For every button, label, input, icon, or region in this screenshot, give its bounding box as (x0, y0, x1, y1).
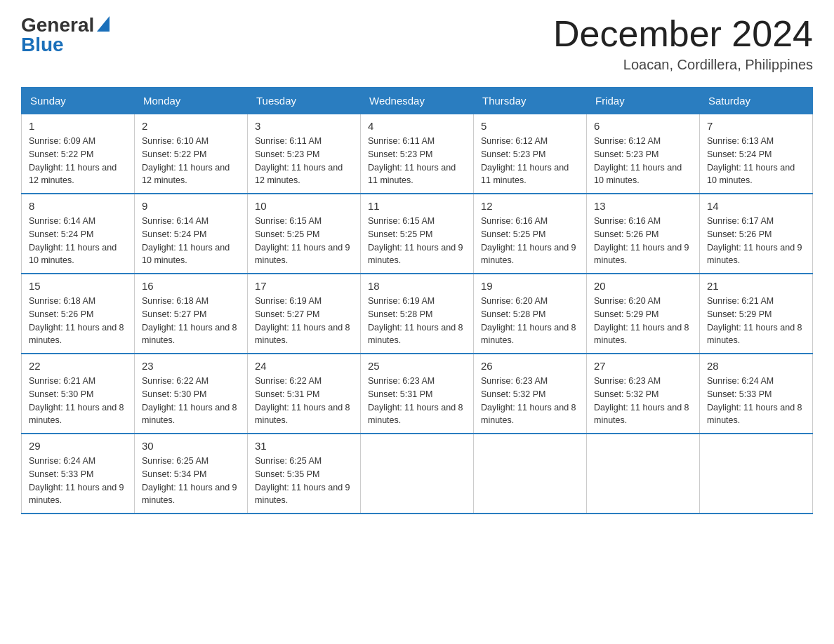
day-info: Sunrise: 6:23 AMSunset: 5:32 PMDaylight:… (594, 375, 692, 427)
calendar-cell: 9Sunrise: 6:14 AMSunset: 5:24 PMDaylight… (135, 194, 248, 274)
day-number: 31 (255, 440, 353, 452)
day-info: Sunrise: 6:22 AMSunset: 5:30 PMDaylight:… (142, 375, 240, 427)
header-monday: Monday (135, 88, 248, 114)
header-friday: Friday (587, 88, 700, 114)
calendar-cell: 7Sunrise: 6:13 AMSunset: 5:24 PMDaylight… (700, 114, 813, 194)
calendar-cell: 2Sunrise: 6:10 AMSunset: 5:22 PMDaylight… (135, 114, 248, 194)
day-info: Sunrise: 6:11 AMSunset: 5:23 PMDaylight:… (255, 135, 353, 187)
calendar-cell: 30Sunrise: 6:25 AMSunset: 5:34 PMDayligh… (135, 434, 248, 514)
day-number: 12 (481, 200, 579, 212)
day-info: Sunrise: 6:16 AMSunset: 5:26 PMDaylight:… (594, 215, 692, 267)
day-number: 18 (368, 280, 466, 292)
day-number: 25 (368, 360, 466, 372)
calendar-cell: 6Sunrise: 6:12 AMSunset: 5:23 PMDaylight… (587, 114, 700, 194)
calendar-table: SundayMondayTuesdayWednesdayThursdayFrid… (21, 87, 813, 514)
day-number: 4 (368, 120, 466, 132)
calendar-cell: 16Sunrise: 6:18 AMSunset: 5:27 PMDayligh… (135, 274, 248, 354)
day-number: 20 (594, 280, 692, 292)
day-number: 19 (481, 280, 579, 292)
logo-blue-text: Blue (21, 34, 64, 56)
day-info: Sunrise: 6:24 AMSunset: 5:33 PMDaylight:… (707, 375, 805, 427)
calendar-cell: 15Sunrise: 6:18 AMSunset: 5:26 PMDayligh… (22, 274, 135, 354)
day-number: 27 (594, 360, 692, 372)
calendar-cell: 27Sunrise: 6:23 AMSunset: 5:32 PMDayligh… (587, 354, 700, 434)
day-number: 23 (142, 360, 240, 372)
calendar-header: SundayMondayTuesdayWednesdayThursdayFrid… (22, 88, 813, 114)
calendar-cell: 26Sunrise: 6:23 AMSunset: 5:32 PMDayligh… (474, 354, 587, 434)
day-number: 3 (255, 120, 353, 132)
day-number: 22 (29, 360, 127, 372)
header-wednesday: Wednesday (361, 88, 474, 114)
calendar-cell: 5Sunrise: 6:12 AMSunset: 5:23 PMDaylight… (474, 114, 587, 194)
day-info: Sunrise: 6:09 AMSunset: 5:22 PMDaylight:… (29, 135, 127, 187)
day-number: 6 (594, 120, 692, 132)
calendar-cell (474, 434, 587, 514)
header-tuesday: Tuesday (248, 88, 361, 114)
calendar-cell (700, 434, 813, 514)
calendar-body: 1Sunrise: 6:09 AMSunset: 5:22 PMDaylight… (22, 114, 813, 514)
day-number: 28 (707, 360, 805, 372)
day-number: 8 (29, 200, 127, 212)
calendar-cell (361, 434, 474, 514)
day-info: Sunrise: 6:14 AMSunset: 5:24 PMDaylight:… (29, 215, 127, 267)
day-info: Sunrise: 6:25 AMSunset: 5:35 PMDaylight:… (255, 455, 353, 507)
day-info: Sunrise: 6:12 AMSunset: 5:23 PMDaylight:… (594, 135, 692, 187)
day-info: Sunrise: 6:16 AMSunset: 5:25 PMDaylight:… (481, 215, 579, 267)
day-number: 14 (707, 200, 805, 212)
calendar-cell: 3Sunrise: 6:11 AMSunset: 5:23 PMDaylight… (248, 114, 361, 194)
calendar-cell: 11Sunrise: 6:15 AMSunset: 5:25 PMDayligh… (361, 194, 474, 274)
calendar-cell: 8Sunrise: 6:14 AMSunset: 5:24 PMDaylight… (22, 194, 135, 274)
week-row-5: 29Sunrise: 6:24 AMSunset: 5:33 PMDayligh… (22, 434, 813, 514)
day-number: 30 (142, 440, 240, 452)
calendar-cell: 22Sunrise: 6:21 AMSunset: 5:30 PMDayligh… (22, 354, 135, 434)
header-sunday: Sunday (22, 88, 135, 114)
day-info: Sunrise: 6:18 AMSunset: 5:27 PMDaylight:… (142, 295, 240, 347)
calendar-cell: 14Sunrise: 6:17 AMSunset: 5:26 PMDayligh… (700, 194, 813, 274)
week-row-1: 1Sunrise: 6:09 AMSunset: 5:22 PMDaylight… (22, 114, 813, 194)
calendar-cell: 10Sunrise: 6:15 AMSunset: 5:25 PMDayligh… (248, 194, 361, 274)
day-info: Sunrise: 6:12 AMSunset: 5:23 PMDaylight:… (481, 135, 579, 187)
day-info: Sunrise: 6:15 AMSunset: 5:25 PMDaylight:… (368, 215, 466, 267)
day-number: 11 (368, 200, 466, 212)
day-number: 29 (29, 440, 127, 452)
calendar-cell: 1Sunrise: 6:09 AMSunset: 5:22 PMDaylight… (22, 114, 135, 194)
calendar-cell: 25Sunrise: 6:23 AMSunset: 5:31 PMDayligh… (361, 354, 474, 434)
logo: General Blue (21, 14, 110, 56)
logo-triangle-icon (97, 16, 110, 32)
day-number: 24 (255, 360, 353, 372)
title-section: December 2024 Loacan, Cordillera, Philip… (553, 14, 813, 73)
day-info: Sunrise: 6:22 AMSunset: 5:31 PMDaylight:… (255, 375, 353, 427)
calendar-cell: 23Sunrise: 6:22 AMSunset: 5:30 PMDayligh… (135, 354, 248, 434)
calendar-title: December 2024 (553, 14, 813, 54)
day-info: Sunrise: 6:23 AMSunset: 5:31 PMDaylight:… (368, 375, 466, 427)
day-number: 2 (142, 120, 240, 132)
day-number: 1 (29, 120, 127, 132)
day-number: 16 (142, 280, 240, 292)
calendar-cell: 17Sunrise: 6:19 AMSunset: 5:27 PMDayligh… (248, 274, 361, 354)
day-info: Sunrise: 6:23 AMSunset: 5:32 PMDaylight:… (481, 375, 579, 427)
calendar-cell: 21Sunrise: 6:21 AMSunset: 5:29 PMDayligh… (700, 274, 813, 354)
calendar-subtitle: Loacan, Cordillera, Philippines (553, 57, 813, 73)
day-info: Sunrise: 6:17 AMSunset: 5:26 PMDaylight:… (707, 215, 805, 267)
day-number: 7 (707, 120, 805, 132)
day-info: Sunrise: 6:14 AMSunset: 5:24 PMDaylight:… (142, 215, 240, 267)
day-info: Sunrise: 6:25 AMSunset: 5:34 PMDaylight:… (142, 455, 240, 507)
day-number: 13 (594, 200, 692, 212)
calendar-cell: 12Sunrise: 6:16 AMSunset: 5:25 PMDayligh… (474, 194, 587, 274)
day-headers-row: SundayMondayTuesdayWednesdayThursdayFrid… (22, 88, 813, 114)
day-info: Sunrise: 6:13 AMSunset: 5:24 PMDaylight:… (707, 135, 805, 187)
calendar-cell: 4Sunrise: 6:11 AMSunset: 5:23 PMDaylight… (361, 114, 474, 194)
day-number: 17 (255, 280, 353, 292)
week-row-3: 15Sunrise: 6:18 AMSunset: 5:26 PMDayligh… (22, 274, 813, 354)
day-info: Sunrise: 6:18 AMSunset: 5:26 PMDaylight:… (29, 295, 127, 347)
day-info: Sunrise: 6:15 AMSunset: 5:25 PMDaylight:… (255, 215, 353, 267)
day-info: Sunrise: 6:19 AMSunset: 5:27 PMDaylight:… (255, 295, 353, 347)
day-info: Sunrise: 6:10 AMSunset: 5:22 PMDaylight:… (142, 135, 240, 187)
calendar-cell: 28Sunrise: 6:24 AMSunset: 5:33 PMDayligh… (700, 354, 813, 434)
header-thursday: Thursday (474, 88, 587, 114)
day-info: Sunrise: 6:11 AMSunset: 5:23 PMDaylight:… (368, 135, 466, 187)
week-row-2: 8Sunrise: 6:14 AMSunset: 5:24 PMDaylight… (22, 194, 813, 274)
header-saturday: Saturday (700, 88, 813, 114)
week-row-4: 22Sunrise: 6:21 AMSunset: 5:30 PMDayligh… (22, 354, 813, 434)
calendar-cell: 24Sunrise: 6:22 AMSunset: 5:31 PMDayligh… (248, 354, 361, 434)
